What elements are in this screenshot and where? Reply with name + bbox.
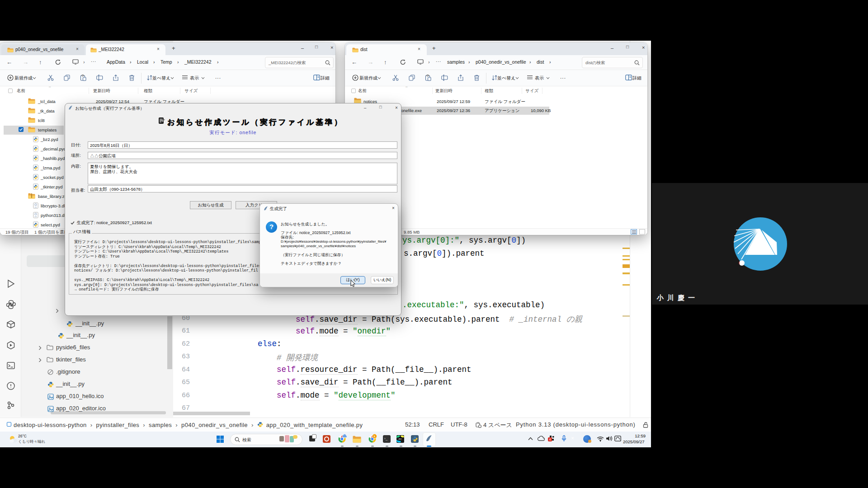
svg-text:k: k [374, 435, 376, 438]
svg-text:PC: PC [399, 438, 402, 441]
